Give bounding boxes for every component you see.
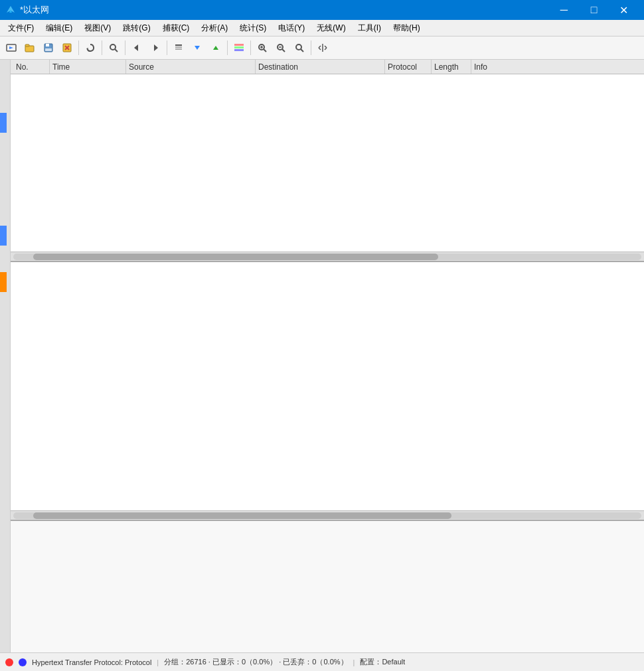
svg-marker-3 xyxy=(9,46,13,49)
toolbar-sep-4 xyxy=(167,40,167,55)
svg-line-33 xyxy=(301,49,303,52)
col-header-no[interactable]: No. xyxy=(13,60,50,74)
sidebar-indicator-1 xyxy=(0,113,7,133)
status-sep-1: | xyxy=(157,658,159,666)
menu-tools[interactable]: 工具(I) xyxy=(353,21,386,35)
new-capture-button[interactable] xyxy=(3,39,20,56)
col-header-source[interactable]: Source xyxy=(126,60,256,74)
resize-columns-button[interactable] xyxy=(314,39,331,56)
menu-wireless[interactable]: 无线(W) xyxy=(311,21,351,35)
first-packet-button[interactable] xyxy=(170,39,187,56)
col-source-label: Source xyxy=(129,62,154,72)
app-title: *以太网 xyxy=(20,4,49,16)
find-icon xyxy=(108,42,119,53)
jump-down-button[interactable] xyxy=(189,39,206,56)
find-button[interactable] xyxy=(105,39,122,56)
packet-list-body[interactable] xyxy=(11,74,644,252)
svg-line-36 xyxy=(319,48,321,50)
colorize-button[interactable] xyxy=(230,39,248,56)
sidebar-indicator-3 xyxy=(0,272,7,292)
status-stats-text: 分组：26716 · 已显示：0（0.0%） · 已丢弃：0（0.0%） xyxy=(164,657,347,667)
left-sidebar xyxy=(0,60,11,652)
packet-detail-body[interactable] xyxy=(11,262,644,510)
status-dot-red xyxy=(5,658,13,666)
svg-rect-23 xyxy=(234,46,244,48)
zoom-reset-button[interactable] xyxy=(291,39,308,56)
col-header-info[interactable]: Info xyxy=(471,60,644,74)
toolbar-sep-2 xyxy=(102,40,102,55)
packet-list-hscroll[interactable] xyxy=(11,252,644,261)
menu-help[interactable]: 帮助(H) xyxy=(388,21,426,35)
minimize-button[interactable]: ─ xyxy=(549,0,579,20)
close-file-icon xyxy=(62,42,72,53)
save-icon xyxy=(43,42,54,53)
menu-edit[interactable]: 编辑(E) xyxy=(40,21,78,35)
col-header-protocol[interactable]: Protocol xyxy=(385,60,432,74)
menu-capture[interactable]: 捕获(C) xyxy=(157,21,195,35)
back-button[interactable] xyxy=(128,39,145,56)
menu-stats[interactable]: 统计(S) xyxy=(234,21,272,35)
col-header-length[interactable]: Length xyxy=(432,60,471,74)
hscroll-track-2[interactable] xyxy=(13,512,641,519)
jump-down-icon xyxy=(192,42,202,53)
svg-line-14 xyxy=(115,49,118,52)
resize-columns-icon xyxy=(317,42,328,53)
svg-rect-17 xyxy=(175,44,182,46)
status-bar: Hypertext Transfer Protocol: Protocol | … xyxy=(0,652,644,671)
packet-detail-panel xyxy=(11,262,644,521)
menu-analyze[interactable]: 分析(A) xyxy=(196,21,233,35)
maximize-button[interactable]: □ xyxy=(579,0,609,20)
main-content: No. Time Source Destination Protocol Len… xyxy=(11,60,644,652)
svg-rect-5 xyxy=(25,44,29,46)
svg-marker-15 xyxy=(134,44,138,51)
zoom-out-icon xyxy=(276,42,286,53)
menu-jump[interactable]: 跳转(G) xyxy=(118,21,155,35)
status-protocol-text: Hypertext Transfer Protocol: Protocol xyxy=(32,658,151,666)
packet-list-headers: No. Time Source Destination Protocol Len… xyxy=(11,60,644,74)
open-icon xyxy=(25,42,35,53)
zoom-in-button[interactable] xyxy=(254,39,271,56)
hscroll-thumb-2[interactable] xyxy=(33,512,451,519)
col-no-label: No. xyxy=(16,62,29,72)
col-time-label: Time xyxy=(52,62,70,72)
svg-rect-18 xyxy=(175,46,182,48)
svg-line-30 xyxy=(282,49,285,52)
menu-file[interactable]: 文件(F) xyxy=(3,21,39,35)
save-button[interactable] xyxy=(40,39,57,56)
svg-marker-16 xyxy=(154,44,158,51)
hex-panel xyxy=(11,521,644,652)
col-info-label: Info xyxy=(474,62,487,72)
col-proto-label: Protocol xyxy=(388,62,417,72)
jump-up-button[interactable] xyxy=(207,39,224,56)
svg-rect-8 xyxy=(45,48,52,51)
forward-button[interactable] xyxy=(147,39,164,56)
status-sep-2: | xyxy=(353,658,355,666)
menu-bar: 文件(F) 编辑(E) 视图(V) 跳转(G) 捕获(C) 分析(A) 统计(S… xyxy=(0,20,644,37)
toolbar-sep-3 xyxy=(125,40,125,55)
svg-rect-19 xyxy=(175,48,182,50)
svg-marker-21 xyxy=(213,46,218,50)
new-capture-icon xyxy=(6,42,17,53)
open-button[interactable] xyxy=(21,39,39,56)
packet-detail-hscroll[interactable] xyxy=(11,510,644,520)
svg-marker-20 xyxy=(195,46,200,50)
close-file-button[interactable] xyxy=(58,39,76,56)
sidebar-indicator-2 xyxy=(0,226,7,246)
status-config-text: 配置：Default xyxy=(360,657,405,667)
first-packet-icon xyxy=(173,42,184,53)
hscroll-track-1[interactable] xyxy=(13,254,641,260)
col-len-label: Length xyxy=(434,62,459,72)
menu-view[interactable]: 视图(V) xyxy=(79,21,116,35)
zoom-in-icon xyxy=(257,42,268,53)
close-button[interactable]: ✕ xyxy=(609,0,639,20)
back-icon xyxy=(131,42,142,53)
hex-body[interactable] xyxy=(11,521,644,652)
menu-phone[interactable]: 电话(Y) xyxy=(273,21,310,35)
hscroll-thumb-1[interactable] xyxy=(33,254,438,260)
colorize-icon xyxy=(234,42,244,53)
col-header-destination[interactable]: Destination xyxy=(256,60,385,74)
zoom-out-button[interactable] xyxy=(272,39,289,56)
reload-button[interactable] xyxy=(82,39,99,56)
col-header-time[interactable]: Time xyxy=(50,60,126,74)
forward-icon xyxy=(150,42,161,53)
